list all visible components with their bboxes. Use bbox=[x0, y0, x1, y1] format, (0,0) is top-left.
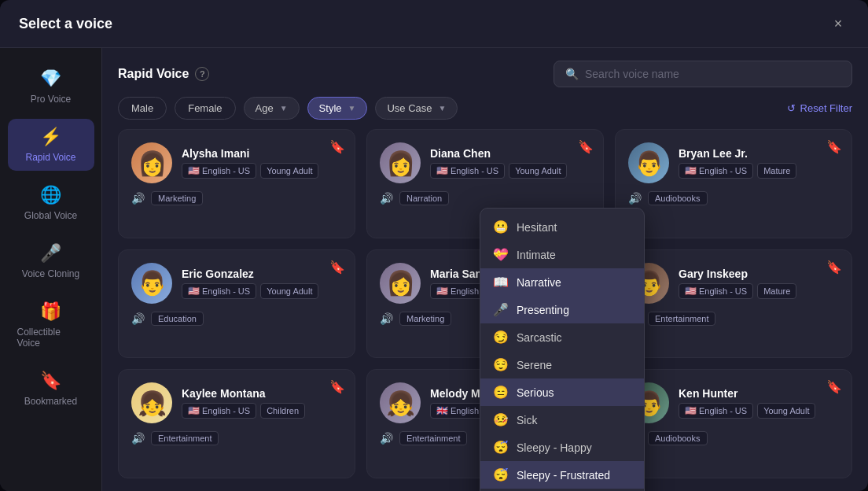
flag-icon: 🇺🇸 bbox=[685, 165, 697, 176]
search-icon: 🔍 bbox=[565, 68, 579, 80]
dropdown-item[interactable]: 😑 Serious bbox=[480, 378, 644, 406]
language-tag: 🇺🇸 English - US bbox=[679, 163, 753, 179]
style-emoji: 😑 bbox=[493, 385, 509, 400]
bookmark-button[interactable]: 🔖 bbox=[578, 139, 594, 154]
dropdown-item[interactable]: 📖 Narrative bbox=[480, 268, 644, 296]
section-title: Rapid Voice bbox=[118, 67, 189, 81]
voice-card[interactable]: 🔖 👧 Kaylee Montana 🇺🇸 English - US Child… bbox=[118, 369, 355, 478]
bookmark-button[interactable]: 🔖 bbox=[329, 379, 345, 394]
sidebar-item-label: Pro Voice bbox=[31, 94, 71, 105]
language-tag: 🇺🇸 English - US bbox=[430, 163, 505, 179]
voice-tags: 🇺🇸 English - US Young Adult bbox=[182, 163, 342, 179]
voice-card-bottom: 🔊 Narration bbox=[380, 191, 590, 205]
modal-overlay: Select a voice × 💎 Pro Voice⚡ Rapid Voic… bbox=[0, 0, 868, 491]
play-icon[interactable]: 🔊 bbox=[380, 192, 393, 205]
voice-tags: 🇺🇸 English - US Mature bbox=[679, 283, 839, 299]
use-case-tag: Narration bbox=[399, 191, 449, 205]
voice-name: Kaylee Montana bbox=[182, 387, 342, 400]
dropdown-item[interactable]: 😴 Sleepy - Happy bbox=[480, 434, 644, 461]
voice-card-bottom: 🔊 Entertainment bbox=[131, 431, 342, 445]
use-case-tag: Entertainment bbox=[399, 431, 467, 445]
close-button[interactable]: × bbox=[827, 13, 849, 35]
dropdown-item[interactable]: 😴 Sleepy - Frustrated bbox=[480, 461, 644, 489]
filter-use-case[interactable]: Use Case ▼ bbox=[375, 97, 458, 120]
filters-bar: Male Female Age ▼ Style ▼ Use Case ▼ bbox=[102, 97, 868, 129]
filter-female[interactable]: Female bbox=[175, 97, 235, 120]
style-dropdown[interactable]: 😬 Hesitant💝 Intimate📖 Narrative🎤 Present… bbox=[480, 208, 645, 491]
sidebar-item-pro-voice[interactable]: 💎 Pro Voice bbox=[8, 61, 94, 113]
play-icon[interactable]: 🔊 bbox=[380, 312, 393, 325]
use-case-tag: Entertainment bbox=[151, 431, 219, 445]
age-tag: Young Adult bbox=[260, 283, 318, 299]
language-tag: 🇺🇸 English - US bbox=[182, 163, 256, 179]
voice-name: Gary Inskeep bbox=[679, 268, 839, 280]
voice-tags: 🇺🇸 English - US Young Adult bbox=[430, 163, 590, 179]
voice-card-bottom: 🔊 Entertainment bbox=[628, 312, 839, 326]
voice-tags: 🇺🇸 English - US Children bbox=[182, 403, 342, 419]
filter-use-case-label: Use Case bbox=[387, 102, 432, 114]
style-label: Narrative bbox=[517, 276, 561, 289]
sidebar-item-rapid-voice[interactable]: ⚡ Rapid Voice bbox=[8, 119, 94, 171]
avatar: 👩 bbox=[131, 142, 172, 183]
filter-age-label: Age bbox=[256, 102, 274, 114]
bookmark-button[interactable]: 🔖 bbox=[826, 139, 842, 154]
sidebar-item-voice-cloning[interactable]: 🎤 Voice Cloning bbox=[8, 235, 94, 287]
play-icon[interactable]: 🔊 bbox=[131, 432, 145, 445]
dropdown-item[interactable]: 🤒 Sick bbox=[480, 406, 644, 434]
dropdown-item[interactable]: 🎤 Presenting bbox=[480, 296, 644, 323]
dropdown-item[interactable]: 💝 Intimate bbox=[480, 241, 644, 268]
voice-card[interactable]: 🔖 👨 Eric Gonzalez 🇺🇸 English - US Young … bbox=[118, 249, 355, 359]
style-label: Sleepy - Frustrated bbox=[517, 469, 610, 482]
flag-icon: 🇺🇸 bbox=[685, 405, 697, 416]
style-label: Intimate bbox=[517, 249, 556, 261]
filter-style[interactable]: Style ▼ bbox=[307, 97, 368, 120]
voice-info: Gary Inskeep 🇺🇸 English - US Mature bbox=[679, 268, 839, 299]
sidebar-item-global-voice[interactable]: 🌐 Global Voice bbox=[8, 177, 94, 229]
help-icon[interactable]: ? bbox=[195, 67, 209, 81]
flag-icon: 🇺🇸 bbox=[685, 286, 697, 297]
modal-header: Select a voice × bbox=[0, 0, 868, 48]
bookmark-button[interactable]: 🔖 bbox=[826, 379, 842, 394]
filter-age[interactable]: Age ▼ bbox=[244, 97, 300, 120]
language-tag: 🇺🇸 English - US bbox=[679, 403, 753, 419]
avatar: 👧 bbox=[380, 382, 421, 423]
voice-card-bottom: 🔊 Audiobooks bbox=[628, 431, 839, 445]
dropdown-item[interactable]: 😏 Sarcastic bbox=[480, 323, 644, 351]
dropdown-item[interactable]: 😌 Serene bbox=[480, 351, 644, 378]
sidebar-item-label: Rapid Voice bbox=[25, 152, 75, 163]
style-emoji: 😴 bbox=[493, 440, 509, 455]
style-label: Sleepy - Happy bbox=[517, 441, 592, 454]
sidebar-item-label: Collectible Voice bbox=[17, 327, 85, 349]
language-tag: 🇺🇸 English - US bbox=[182, 283, 256, 299]
use-case-tag: Education bbox=[151, 312, 204, 326]
voice-card[interactable]: 🔖 👨 Ken Hunter 🇺🇸 English - US Young Adu… bbox=[615, 369, 852, 478]
style-emoji: 😬 bbox=[493, 220, 509, 234]
dropdown-item[interactable]: 😬 Hesitant bbox=[480, 213, 644, 241]
voice-card[interactable]: 🔖 👨 Bryan Lee Jr. 🇺🇸 English - US Mature… bbox=[615, 129, 852, 238]
reset-label: Reset Filter bbox=[800, 102, 852, 114]
play-icon[interactable]: 🔊 bbox=[131, 312, 145, 325]
search-input[interactable] bbox=[585, 68, 840, 80]
play-icon[interactable]: 🔊 bbox=[380, 432, 393, 445]
voice-card[interactable]: 🔖 👩 Alysha Imani 🇺🇸 English - US Young A… bbox=[118, 129, 355, 238]
avatar: 👨 bbox=[131, 263, 172, 304]
bookmark-button[interactable]: 🔖 bbox=[329, 139, 345, 154]
bookmark-button[interactable]: 🔖 bbox=[329, 260, 345, 275]
play-icon[interactable]: 🔊 bbox=[131, 192, 145, 205]
reset-filter-button[interactable]: ↺ Reset Filter bbox=[787, 102, 852, 114]
sidebar-item-label: Bookmarked bbox=[24, 396, 77, 407]
play-icon[interactable]: 🔊 bbox=[628, 192, 642, 205]
bookmark-button[interactable]: 🔖 bbox=[826, 260, 842, 275]
style-emoji: 🤒 bbox=[493, 412, 509, 427]
avatar: 👧 bbox=[131, 382, 172, 423]
voice-card-top: 👨 Ken Hunter 🇺🇸 English - US Young Adult bbox=[628, 382, 839, 423]
age-tag: Children bbox=[260, 403, 305, 419]
filter-male[interactable]: Male bbox=[118, 97, 167, 120]
age-tag: Young Adult bbox=[260, 163, 318, 179]
flag-icon: 🇺🇸 bbox=[436, 165, 448, 176]
sidebar-item-collectible-voice[interactable]: 🎁 Collectible Voice bbox=[8, 293, 94, 356]
style-emoji: 🎤 bbox=[493, 302, 509, 317]
use-case-tag: Audiobooks bbox=[648, 431, 708, 445]
sidebar-item-bookmarked[interactable]: 🔖 Bookmarked bbox=[8, 363, 94, 415]
voice-card[interactable]: 🔖 👨 Gary Inskeep 🇺🇸 English - US Mature … bbox=[615, 249, 852, 359]
